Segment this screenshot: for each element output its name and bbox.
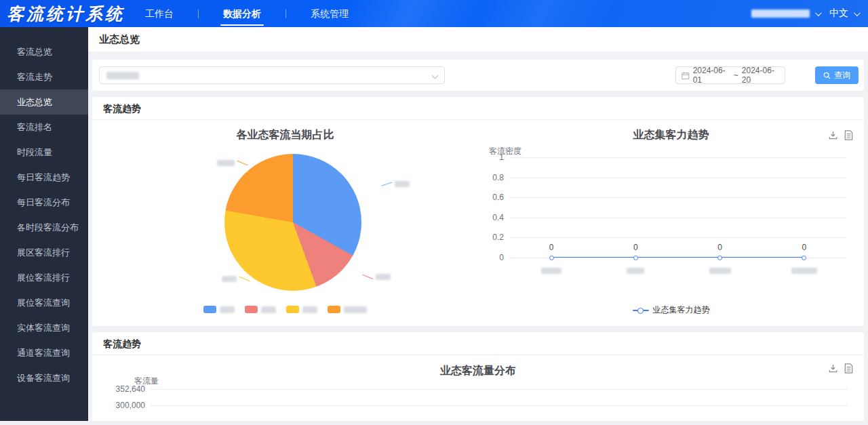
sidebar-item[interactable]: 客流走势	[0, 64, 88, 89]
download-icon[interactable]	[828, 130, 838, 140]
gridline: 0.8	[509, 178, 846, 178]
y-axis-tick: 0.4	[492, 213, 504, 222]
data-point	[717, 256, 722, 260]
query-button[interactable]: 查询	[815, 66, 859, 84]
legend-swatch	[203, 306, 216, 313]
sidebar-item[interactable]: 每日客流分布	[0, 190, 88, 215]
gridline: 300,000	[151, 405, 848, 406]
redacted-text	[376, 274, 391, 280]
sidebar-item[interactable]: 客流排名	[0, 115, 88, 140]
content: 2024-06-01 ~ 2024-06-20 查询 客流趋势	[88, 52, 868, 422]
select-value-redacted	[106, 72, 139, 79]
redacted-text	[220, 306, 235, 313]
date-range-picker[interactable]: 2024-06-01 ~ 2024-06-20	[675, 66, 785, 84]
x-axis-label	[627, 264, 644, 277]
data-view-icon[interactable]	[844, 363, 853, 373]
gridline: 352,640	[151, 389, 848, 390]
y-axis-tick: 0.2	[492, 232, 504, 242]
sidebar: 客流总览客流走势业态总览客流排名时段流量每日客流趋势每日客流分布各时段客流分布展…	[0, 27, 88, 421]
charts-row: 各业态客流当期占比	[92, 120, 864, 326]
redacted-text	[344, 306, 367, 313]
sidebar-item[interactable]: 各时段客流分布	[0, 215, 88, 240]
pie-callout-label	[222, 276, 250, 282]
filter-bar: 2024-06-01 ~ 2024-06-20 查询	[92, 60, 864, 91]
x-axis-label	[541, 264, 561, 277]
horizontal-scrollbar[interactable]	[0, 421, 868, 425]
language-selector[interactable]: 中文	[829, 7, 848, 20]
redacted-text	[222, 276, 237, 282]
callout-leader	[362, 275, 373, 279]
calendar-icon	[682, 71, 690, 80]
sidebar-item[interactable]: 实体客流查询	[0, 315, 88, 340]
data-point-label: 0	[717, 243, 722, 252]
nav-divider	[285, 9, 286, 18]
sidebar-item[interactable]: 通道客流查询	[0, 340, 88, 365]
app-logo: 客流统计系统	[0, 3, 137, 25]
pie-callout-label	[381, 181, 410, 187]
sidebar-item[interactable]: 业态总览	[0, 89, 88, 115]
pie-legend-item[interactable]	[245, 306, 276, 313]
sidebar-item[interactable]: 时段流量	[0, 140, 88, 165]
date-start: 2024-06-01	[693, 66, 730, 85]
legend-swatch	[286, 306, 299, 313]
x-axis-label	[791, 264, 817, 277]
pie-callout-label	[362, 274, 391, 280]
line-chart-y-axis-name: 客流密度	[489, 146, 521, 157]
chevron-down-icon[interactable]	[854, 9, 861, 16]
download-icon[interactable]	[828, 363, 838, 373]
section-header: 客流趋势	[92, 97, 864, 120]
chart-toolbox	[828, 130, 853, 140]
pie-legend-item[interactable]	[203, 306, 235, 313]
data-point	[549, 256, 554, 260]
top-nav: 工作台 数据分析 系统管理	[137, 0, 357, 27]
line-chart-plot: 10.80.60.40.200000	[509, 157, 846, 258]
username-redacted[interactable]	[751, 9, 810, 18]
redacted-text	[709, 268, 731, 274]
gridline: 0	[509, 258, 846, 258]
line-chart-legend[interactable]: 业态集客力趋势	[478, 304, 864, 316]
y-axis-tick: 0.6	[492, 193, 504, 202]
redacted-text	[217, 160, 235, 166]
business-select[interactable]	[99, 66, 445, 84]
app-root: 客流统计系统 工作台 数据分析 系统管理 中文 客流总览客流走势业态总览客流排名…	[0, 0, 868, 425]
data-view-icon[interactable]	[844, 130, 853, 140]
redacted-text	[791, 268, 817, 274]
section-header: 客流趋势	[92, 332, 864, 355]
pie-callout-label	[217, 160, 248, 166]
section-passenger-trend-1: 客流趋势 各业态客流当期占比	[92, 97, 864, 326]
data-point-label: 0	[802, 243, 807, 252]
redacted-text	[302, 306, 317, 313]
callout-leader	[237, 161, 248, 165]
pie-legend-item[interactable]	[286, 306, 317, 313]
gridline: 0.4	[509, 218, 846, 218]
pie-chart[interactable]	[224, 154, 361, 291]
sidebar-item[interactable]: 展位客流排行	[0, 265, 88, 290]
gridline: 1	[509, 157, 846, 158]
distribution-chart-box: 业态客流量分布 客流量 352,	[92, 355, 864, 422]
sidebar-item[interactable]: 每日客流趋势	[0, 165, 88, 190]
tab-data-analysis[interactable]: 数据分析	[215, 0, 269, 27]
data-point	[802, 256, 806, 260]
sidebar-item[interactable]: 客流总览	[0, 39, 88, 64]
y-axis-tick: 1	[499, 153, 504, 162]
page-title: 业态总览	[88, 27, 868, 52]
sidebar-item[interactable]: 设备客流查询	[0, 365, 88, 390]
pie-legend-item[interactable]	[328, 306, 367, 313]
section-passenger-trend-2: 客流趋势 业态客流量分布	[92, 332, 864, 422]
chevron-down-icon[interactable]	[815, 9, 822, 16]
legend-swatch	[328, 306, 340, 313]
distribution-chart-title: 业态客流量分布	[92, 364, 864, 378]
y-axis-tick: 0	[499, 253, 504, 262]
topbar-right: 中文	[751, 7, 868, 20]
pie-legend	[92, 306, 478, 313]
data-point-label: 0	[633, 243, 638, 252]
sidebar-item[interactable]: 展位客流查询	[0, 290, 88, 315]
tab-system-management[interactable]: 系统管理	[302, 0, 357, 27]
y-axis-tick: 0.8	[492, 173, 504, 182]
tab-workbench[interactable]: 工作台	[137, 0, 182, 27]
y-axis-tick: 352,640	[116, 384, 145, 394]
search-icon	[823, 72, 831, 79]
sidebar-item[interactable]: 展区客流排行	[0, 240, 88, 265]
chart-toolbox	[828, 363, 853, 373]
redacted-text	[541, 268, 561, 274]
